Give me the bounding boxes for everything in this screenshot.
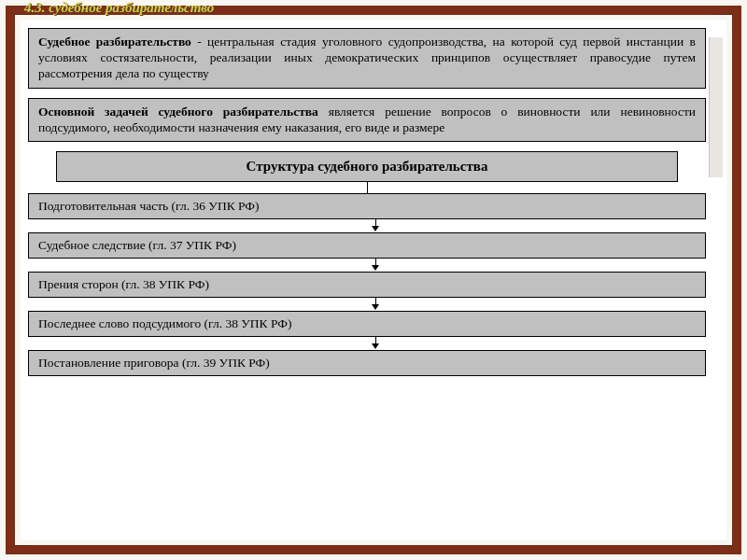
slide-mid-frame: 4.3. судебное разбирательство Судебное р… <box>6 6 741 554</box>
structure-step-3-label: Прения сторон (гл. 38 УПК РФ) <box>38 277 209 291</box>
slide-inner-frame: 4.3. судебное разбирательство Судебное р… <box>15 15 732 545</box>
content-area: Судебное разбирательство - центральная с… <box>28 28 723 539</box>
structure-title: Структура судебного разбирательства <box>247 159 488 174</box>
structure-title-box: Структура судебного разбирательства <box>56 151 678 182</box>
arrow-1 <box>28 219 723 232</box>
connector-branches <box>56 182 678 193</box>
arrow-4 <box>28 337 723 350</box>
structure-step-3: Прения сторон (гл. 38 УПК РФ) <box>28 272 706 298</box>
structure-step-4: Последнее слово подсудимого (гл. 38 УПК … <box>28 311 706 337</box>
arrow-2 <box>28 259 723 272</box>
task-box: Основной задачей судебного разбирательст… <box>28 98 706 143</box>
section-title: 4.3. судебное разбирательство <box>21 0 218 16</box>
structure-step-5: Постановление приговора (гл. 39 УПК РФ) <box>28 350 706 376</box>
task-lead: Основной задачей судебного разбирательст… <box>38 105 318 119</box>
slide-outer-frame: 4.3. судебное разбирательство Судебное р… <box>0 0 747 560</box>
arrow-3 <box>28 298 723 311</box>
structure-step-1-label: Подготовительная часть (гл. 36 УПК РФ) <box>38 199 259 213</box>
structure-step-2: Судебное следствие (гл. 37 УПК РФ) <box>28 232 706 259</box>
structure-step-2-label: Судебное следствие (гл. 37 УПК РФ) <box>38 238 236 252</box>
definition-box: Судебное разбирательство - центральная с… <box>28 28 706 89</box>
structure-step-5-label: Постановление приговора (гл. 39 УПК РФ) <box>38 356 270 370</box>
structure-step-1: Подготовительная часть (гл. 36 УПК РФ) <box>28 193 706 219</box>
scrollbar-stub <box>709 37 723 177</box>
definition-term: Судебное разбирательство <box>38 35 191 49</box>
structure-step-4-label: Последнее слово подсудимого (гл. 38 УПК … <box>38 316 291 330</box>
